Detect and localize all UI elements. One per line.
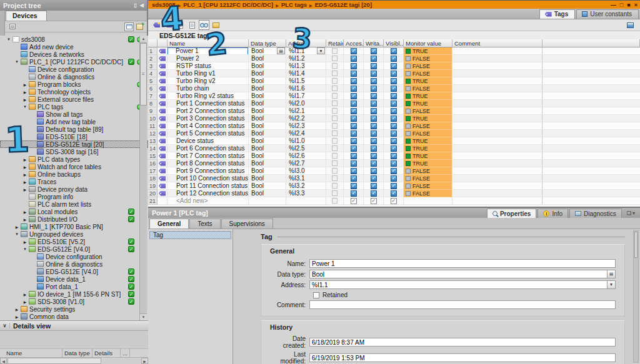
row-number[interactable]: 12 [148,130,158,137]
expand-arrow-icon[interactable]: ▶ [22,217,28,222]
address-cell[interactable]: %I1.3 [286,62,326,70]
scrollbar-thumb[interactable] [140,43,147,106]
accessible-checkbox[interactable] [351,145,357,152]
comment-cell[interactable] [452,115,542,122]
comment-cell[interactable] [452,47,542,55]
comment-cell[interactable] [452,107,542,115]
row-number[interactable]: 9 [148,107,158,115]
address-cell[interactable]: %I1.0 [286,137,326,145]
writable-checkbox[interactable] [371,145,377,152]
sort-filter-icon[interactable] [8,22,17,31]
comment-cell[interactable] [452,77,542,85]
visible-checkbox[interactable] [391,93,397,99]
retain-checkbox[interactable] [332,93,338,99]
visible-checkbox[interactable] [391,108,397,114]
visible-checkbox[interactable] [391,86,397,92]
collapse-arrow-icon[interactable]: ▼ [6,37,12,41]
comment-cell[interactable] [452,62,542,70]
visible-checkbox[interactable] [391,130,397,137]
comment-input[interactable] [310,301,615,308]
data-type-cell[interactable]: Bool [249,160,286,167]
tag-name-cell[interactable]: Turbo Ring v2 status [168,92,249,100]
data-type-cell[interactable]: Bool [249,70,286,77]
collapse-arrow-icon[interactable]: ▼ [14,232,20,236]
expand-arrow-icon[interactable]: ▶ [22,300,28,304]
tree-item-technology-objects[interactable]: ▶Technology objects [0,88,148,96]
tag-name-cell[interactable]: Port 7 Connection status [168,152,249,160]
address-cell[interactable] [286,197,326,205]
sub-tab-general[interactable]: General [149,219,189,229]
sub-tab-texts[interactable]: Texts [189,219,220,229]
row-number[interactable]: 4 [148,70,158,77]
address-cell[interactable]: %I2.6 [286,152,326,160]
address-cell[interactable]: %I1.2 [286,55,326,62]
writable-checkbox[interactable] [371,48,377,54]
expand-arrow-icon[interactable]: ▶ [22,90,28,94]
breadcrumb-item-eds-g512e-tagi-20[interactable]: EDS-G512E tagi [20] [315,1,372,8]
retain-checkbox[interactable] [332,101,338,106]
accessible-checkbox[interactable] [351,108,357,114]
tree-item-device-proxy-data[interactable]: ▶Device proxy data [0,185,148,193]
address-cell[interactable]: %I3.1 [286,175,326,182]
accessible-checkbox[interactable] [351,183,357,189]
tree-item-sds3008[interactable]: ▼sds3008✓ [0,36,148,43]
visible-checkbox[interactable] [391,175,397,182]
row-number[interactable]: 8 [148,100,158,107]
data-type-field[interactable]: ▤ [309,270,616,278]
tree-item-program-info[interactable]: Program info [0,193,148,200]
retain-checkbox[interactable] [332,56,338,61]
comment-field[interactable] [309,300,616,309]
row-number[interactable]: 20 [148,190,158,197]
data-type-cell[interactable]: Bool [249,145,286,152]
address-cell[interactable]: %I3.2 [286,182,326,190]
tag-name-cell[interactable]: Device status [168,137,249,145]
accessible-checkbox[interactable] [351,116,357,122]
tree-item-traces[interactable]: ▶Traces [0,178,148,185]
tree-item-common-data[interactable]: ▶Common data [0,313,148,320]
accessible-checkbox[interactable] [351,71,357,77]
tree-item-devices-networks[interactable]: Devices & networks [0,51,148,58]
tag-name-cell[interactable]: Port 10 Connection status [168,175,249,182]
properties-nav-tag[interactable]: Tag [149,231,231,239]
row-number[interactable]: 19 [148,182,158,190]
retain-checkbox[interactable] [332,123,338,129]
scroll-up-icon[interactable]: ▲ [140,36,147,42]
expand-arrow-icon[interactable]: ▶ [14,225,20,229]
tag-name-cell[interactable]: Turbo Ring v2 [168,77,249,85]
row-number[interactable]: 2 [148,55,158,62]
minimize-icon[interactable]: — [611,2,616,8]
collapse-arrow-icon[interactable]: ▼ [14,60,20,64]
writable-checkbox[interactable] [371,93,377,99]
retain-checkbox[interactable] [332,108,338,114]
address-cell[interactable]: %I1.6 [286,85,326,92]
comment-cell[interactable] [452,55,542,62]
visible-checkbox[interactable] [391,123,397,129]
add-column-icon[interactable] [135,22,144,31]
accessible-checkbox[interactable] [351,56,357,62]
data-type-cell[interactable]: Bool [249,100,286,107]
data-type-cell[interactable]: Bool [249,107,286,115]
writable-checkbox[interactable] [371,123,377,129]
close-icon[interactable]: × [634,2,638,8]
visible-checkbox[interactable] [391,48,397,54]
column-header-data-type[interactable]: Data type [249,39,286,47]
visible-checkbox[interactable] [391,101,397,107]
retain-checkbox[interactable] [332,130,338,136]
tag-name-cell[interactable]: Port 9 Connection status [168,167,249,175]
comment-cell[interactable] [452,190,542,197]
writable-checkbox[interactable] [371,183,377,189]
expand-arrow-icon[interactable]: ▶ [22,240,28,244]
tag-name-cell[interactable]: Port 12 Connection status [168,190,249,197]
maximize-icon[interactable]: ■ [627,2,630,8]
retain-checkbox[interactable] [332,48,338,54]
retain-checkbox[interactable] [332,183,338,189]
retain-checkbox[interactable] [332,145,338,151]
row-number[interactable]: 17 [148,167,158,175]
address-dropdown-icon[interactable]: ▼ [607,281,615,288]
writable-checkbox[interactable] [371,175,377,182]
accessible-checkbox[interactable] [351,63,357,69]
data-type-input[interactable] [310,270,607,278]
address-cell[interactable]: %I3.3 [286,190,326,197]
tag-name-cell[interactable]: Port 1 Connection status [168,100,249,107]
data-type-picker-icon[interactable]: ▤ [277,47,285,54]
